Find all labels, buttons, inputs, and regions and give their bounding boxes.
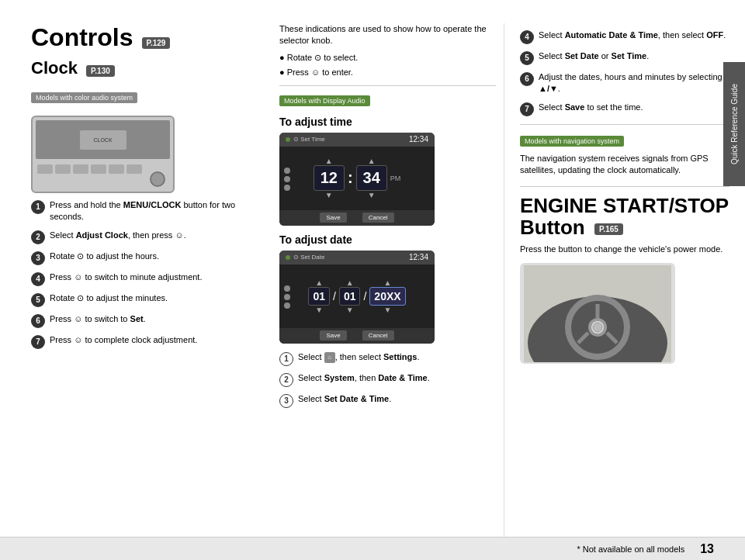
minutes-down-arrow: ▼ [368, 191, 376, 199]
screen-title-area: ⊙ Set Time [286, 136, 325, 143]
side-dot-2 [284, 294, 290, 300]
mid-step-1: 1 Select ⌂, then select Settings. [279, 351, 496, 366]
page-number: 13 [700, 542, 714, 556]
hours-up-arrow: ▲ [325, 157, 333, 165]
minutes-up-arrow: ▲ [368, 157, 376, 165]
radio-btn [109, 164, 124, 174]
side-dot [284, 185, 290, 191]
step-4: 4 Press ☺ to switch to minute adjustment… [31, 271, 268, 286]
side-dot-2 [284, 302, 290, 309]
right-step-4-text: Select Automatic Date & Time, then selec… [539, 29, 726, 41]
side-dot [284, 176, 290, 182]
engine-title: ENGINE START/STOP Button P.165 [520, 195, 729, 239]
right-step-4-num: 4 [520, 30, 534, 44]
year-down-arrow: ▼ [384, 306, 392, 314]
mid-step-2-num: 2 [279, 373, 293, 387]
day-col: ▲ 01 ▼ [339, 278, 361, 314]
screen-bottom-bar: Save Cancel [279, 210, 435, 226]
clock-ref: P.130 [86, 65, 115, 77]
screen-top-bar-2: ⊙ Set Date 12:34 [279, 251, 435, 264]
right-column: 4 Select Automatic Date & Time, then sel… [504, 23, 729, 537]
step-3-num: 3 [31, 251, 45, 265]
right-step-5-num: 5 [520, 51, 534, 65]
mid-step-1-text: Select ⌂, then select Settings. [298, 351, 419, 363]
step-6-num: 6 [31, 314, 45, 328]
year-digit: 20XX [369, 287, 405, 306]
step-1: 1 Press and hold the MENU/CLOCK button f… [31, 199, 268, 223]
save-button[interactable]: Save [320, 213, 346, 223]
colon-separator: : [348, 169, 353, 187]
nav-system-badge: Models with navigation system [520, 136, 624, 147]
cancel-button-2[interactable]: Cancel [362, 330, 394, 340]
engine-text: Press the button to change the vehicle's… [520, 244, 729, 255]
step-2-num: 2 [31, 230, 45, 244]
right-step-5: 5 Select Set Date or Set Time. [520, 50, 729, 65]
adjust-time-heading: To adjust time [279, 116, 496, 128]
green-dot-2 [286, 255, 290, 260]
svg-point-8 [593, 323, 602, 332]
left-steps-list: 1 Press and hold the MENU/CLOCK button f… [31, 199, 268, 349]
bullet-1: Rotate ⊙ to select. [279, 52, 496, 64]
clock-section-title: Clock [31, 58, 78, 78]
mid-step-3-num: 3 [279, 394, 293, 408]
page: Controls P.129 Clock P.130 Models with c… [0, 0, 745, 560]
left-column: Controls P.129 Clock P.130 Models with c… [31, 23, 279, 537]
adjust-date-heading: To adjust date [279, 233, 496, 246]
mid-step-3: 3 Select Set Date & Time. [279, 393, 496, 408]
bullet-list: Rotate ⊙ to select. Press ☺ to enter. [279, 52, 496, 79]
step-3: 3 Rotate ⊙ to adjust the hours. [31, 251, 268, 265]
day-down-arrow: ▼ [346, 306, 354, 314]
engine-title-line2: Button [520, 216, 585, 239]
day-up-arrow: ▲ [346, 278, 354, 287]
step-7-num: 7 [31, 335, 45, 349]
screen-bottom-bar-2: Save Cancel [279, 328, 435, 344]
step-5-num: 5 [31, 293, 45, 307]
step-4-text: Press ☺ to switch to minute adjustment. [50, 271, 202, 283]
radio-btn [91, 164, 106, 174]
step-1-num: 1 [31, 200, 45, 214]
hours-down-arrow: ▼ [325, 191, 333, 199]
sidebar-tab: Quick Reference Guide [723, 62, 745, 186]
divider [279, 85, 496, 86]
step-4-num: 4 [31, 272, 45, 286]
minutes-col: ▲ 34 ▼ [356, 157, 387, 199]
home-icon: ⌂ [324, 352, 335, 363]
mid-step-2: 2 Select System, then Date & Time. [279, 372, 496, 387]
green-dot [286, 137, 290, 142]
right-step-7-num: 7 [520, 102, 534, 116]
mid-step-2-text: Select System, then Date & Time. [298, 372, 430, 384]
right-step-7-text: Select Save to set the time. [539, 102, 643, 113]
save-button-2[interactable]: Save [320, 330, 346, 340]
clock-digits: ▲ 12 ▼ : ▲ 34 ▼ PM [314, 157, 401, 199]
set-date-label: ⊙ Set Date [293, 254, 324, 261]
sidebar-label: Quick Reference Guide [730, 84, 739, 164]
radio-device-image: CLOCK [31, 116, 175, 193]
controls-ref: P.129 [142, 37, 171, 49]
side-dot-2 [284, 285, 290, 292]
divider-right [520, 124, 729, 125]
year-up-arrow: ▲ [384, 278, 392, 287]
screen-body: ▲ 12 ▼ : ▲ 34 ▼ PM [279, 147, 435, 210]
step-5-text: Rotate ⊙ to adjust the minutes. [50, 292, 168, 304]
screen-side-icons-2 [284, 285, 290, 309]
color-audio-badge: Models with color audio system [31, 92, 137, 103]
radio-knob [150, 171, 165, 187]
right-step-6-num: 6 [520, 72, 534, 86]
right-step-7: 7 Select Save to set the time. [520, 102, 729, 116]
step-6: 6 Press ☺ to switch to Set. [31, 313, 268, 328]
step-2-text: Select Adjust Clock, then press ☺. [50, 230, 186, 241]
main-content: Controls P.129 Clock P.130 Models with c… [0, 0, 745, 537]
day-digit: 01 [339, 287, 361, 306]
step-1-text: Press and hold the MENU/CLOCK button for… [50, 199, 268, 223]
month-col: ▲ 01 ▼ [308, 278, 330, 314]
bullet-2: Press ☺ to enter. [279, 67, 496, 78]
date-digits: ▲ 01 ▼ / ▲ 01 ▼ / ▲ 20XX [308, 278, 405, 314]
screen-side-icons [284, 168, 290, 191]
step-7: 7 Press ☺ to complete clock adjustment. [31, 334, 268, 349]
month-up-arrow: ▲ [315, 278, 323, 287]
date-slash-2: / [363, 290, 366, 302]
cancel-button[interactable]: Cancel [362, 213, 394, 223]
right-step-6: 6 Adjust the dates, hours and minutes by… [520, 71, 729, 95]
step-2: 2 Select Adjust Clock, then press ☺. [31, 230, 268, 244]
display-audio-badge: Models with Display Audio [279, 95, 370, 106]
